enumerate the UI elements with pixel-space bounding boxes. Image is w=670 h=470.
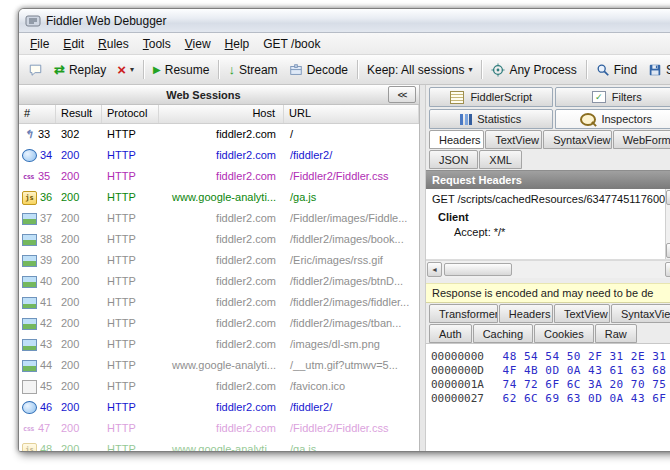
- find-button[interactable]: Find: [591, 61, 642, 79]
- menu-item[interactable]: Edit: [56, 35, 91, 53]
- hex-row: 00000000 48 54 54 50 2F 31 2E 31 20: [431, 350, 670, 364]
- session-host: fiddler2.com: [159, 124, 284, 145]
- tab-textview[interactable]: TextView: [485, 130, 542, 149]
- tab-webforms[interactable]: WebForms: [613, 130, 670, 149]
- session-protocol: HTTP: [102, 187, 159, 208]
- session-row[interactable]: 48 200 HTTP www.google-analyti... /ga.js: [19, 439, 419, 451]
- resume-button[interactable]: ▶ Resume: [148, 61, 214, 79]
- session-number: 43: [40, 334, 52, 355]
- menubar: FileEditRulesToolsViewHelpGET /book: [19, 33, 670, 55]
- web-sessions-panel: Web Sessions << # Result Protocol Host U…: [19, 85, 420, 451]
- js-icon: [22, 443, 37, 452]
- comment-button[interactable]: [23, 61, 48, 79]
- request-vertical-scrollbar[interactable]: ▲ ▼: [665, 189, 670, 259]
- session-number-cell: 39: [19, 250, 56, 271]
- tab-textview[interactable]: TextView: [554, 304, 610, 323]
- menu-item[interactable]: Help: [218, 35, 257, 53]
- session-number: 48: [40, 439, 52, 451]
- toolbar-separator: [143, 60, 144, 79]
- scroll-right-button[interactable]: ►: [665, 262, 670, 277]
- session-row[interactable]: 41 200 HTTP fiddler2.com /fiddler2/image…: [19, 292, 419, 313]
- html-icon: [22, 149, 37, 162]
- hex-view[interactable]: 00000000 48 54 54 50 2F 31 2E 31 20 0000…: [426, 343, 670, 451]
- tab-filters[interactable]: Filters: [555, 87, 670, 107]
- session-row[interactable]: 43 200 HTTP fiddler2.com /images/dl-sm.p…: [19, 334, 419, 355]
- session-row[interactable]: 33 302 HTTP fiddler2.com /: [19, 124, 419, 145]
- menu-item[interactable]: View: [178, 35, 218, 53]
- menu-item[interactable]: GET /book: [256, 35, 327, 53]
- encoding-notice-bar[interactable]: Response is encoded and may need to be d…: [426, 283, 670, 303]
- inspectors-icon: [580, 113, 596, 126]
- session-row[interactable]: 38 200 HTTP fiddler2.com /fiddler2/image…: [19, 229, 419, 250]
- session-row[interactable]: 42 200 HTTP fiddler2.com /fiddler2/image…: [19, 313, 419, 334]
- column-header-number[interactable]: #: [19, 105, 56, 123]
- stream-button[interactable]: ↓ Stream: [223, 61, 282, 79]
- session-list[interactable]: 33 302 HTTP fiddler2.com / 34 200 HTTP f…: [19, 124, 419, 451]
- collapse-panel-button[interactable]: <<: [388, 86, 416, 103]
- session-row[interactable]: 46 200 HTTP fiddler2.com /fiddler2/: [19, 397, 419, 418]
- titlebar[interactable]: Fiddler Web Debugger: [19, 9, 670, 33]
- column-header-protocol[interactable]: Protocol: [102, 105, 159, 123]
- encoding-notice-text: Response is encoded and may need to be d…: [432, 287, 653, 299]
- redirect-icon: [22, 128, 35, 141]
- hex-bytes: 74 72 6F 6C 3A 20 70 75 62: [503, 378, 670, 391]
- tab-raw[interactable]: Raw: [595, 324, 637, 343]
- session-row[interactable]: 36 200 HTTP www.google-analyti... /ga.js: [19, 187, 419, 208]
- main-area: Web Sessions << # Result Protocol Host U…: [19, 85, 670, 451]
- menu-item[interactable]: Rules: [91, 35, 136, 53]
- session-row[interactable]: 34 200 HTTP fiddler2.com /fiddler2/: [19, 145, 419, 166]
- any-process-button[interactable]: Any Process: [486, 61, 581, 79]
- tab-fiddlerscript[interactable]: FiddlerScript: [429, 87, 553, 107]
- tab-transformer[interactable]: Transformer: [429, 304, 498, 323]
- tab-inspectors[interactable]: Inspectors: [555, 109, 670, 129]
- tab-statistics[interactable]: Statistics: [429, 109, 553, 129]
- session-row[interactable]: 40 200 HTTP fiddler2.com /fiddler2/image…: [19, 271, 419, 292]
- scrollbar-thumb[interactable]: [444, 263, 512, 276]
- tab-headers[interactable]: Headers: [429, 130, 484, 149]
- tab-json[interactable]: JSON: [429, 150, 478, 169]
- image-icon: [22, 255, 37, 267]
- column-header-url[interactable]: URL: [284, 105, 419, 123]
- hex-offset: 00000027: [431, 392, 484, 405]
- session-row[interactable]: 37 200 HTTP fiddler2.com /Fiddler/images…: [19, 208, 419, 229]
- scroll-left-icon: ◄: [431, 266, 438, 273]
- generic-icon: [22, 380, 37, 394]
- session-row[interactable]: 39 200 HTTP fiddler2.com /Eric/images/rs…: [19, 250, 419, 271]
- scroll-down-button[interactable]: ▼: [666, 243, 670, 258]
- request-horizontal-scrollbar[interactable]: ◄ ►: [426, 260, 670, 278]
- image-icon: [22, 234, 37, 246]
- replay-button[interactable]: ⇄ Replay: [49, 61, 111, 79]
- toolbar-separator: [586, 60, 587, 79]
- decode-button[interactable]: Decode: [284, 61, 353, 79]
- session-url: /ga.js: [284, 187, 419, 208]
- scroll-left-button[interactable]: ◄: [427, 262, 442, 277]
- tab-xml[interactable]: XML: [479, 150, 522, 169]
- tab-cookies[interactable]: Cookies: [534, 324, 594, 343]
- session-row[interactable]: 45 200 HTTP fiddler2.com /favicon.ico: [19, 376, 419, 397]
- session-row[interactable]: 35 200 HTTP fiddler2.com /Fiddler2/Fiddl…: [19, 166, 419, 187]
- keep-sessions-dropdown[interactable]: Keep: All sessions ▾: [362, 61, 477, 79]
- request-header-item[interactable]: Accept: */*: [426, 225, 670, 239]
- tab-syntaxview[interactable]: SyntaxView: [543, 130, 611, 149]
- request-line: GET /scripts/cachedResources/63477451176…: [426, 189, 670, 208]
- tab-caching[interactable]: Caching: [473, 324, 533, 343]
- remove-sessions-button[interactable]: × ▾: [112, 60, 139, 79]
- tab-auth[interactable]: Auth: [429, 324, 472, 343]
- tab-headers[interactable]: Headers: [499, 304, 553, 323]
- image-icon: [22, 339, 37, 351]
- session-url: /Fiddler2/Fiddler.css: [284, 166, 419, 187]
- save-button[interactable]: Save: [643, 61, 670, 79]
- menu-item[interactable]: Tools: [136, 35, 178, 53]
- tab-syntaxview[interactable]: SyntaxView: [611, 304, 670, 323]
- scroll-up-button[interactable]: ▲: [666, 190, 670, 205]
- request-headers-view[interactable]: GET /scripts/cachedResources/63477451176…: [426, 189, 670, 260]
- toolbar-separator: [481, 60, 482, 79]
- session-row[interactable]: 44 200 HTTP www.google-analyti... /__utm…: [19, 355, 419, 376]
- menu-item[interactable]: File: [23, 35, 56, 53]
- hex-row: 00000027 62 6C 69 63 0D 0A 43 6F 6E: [431, 392, 670, 406]
- column-header-host[interactable]: Host: [159, 105, 284, 123]
- image-icon: [22, 318, 37, 330]
- session-row[interactable]: 47 200 HTTP fiddler2.com /Fiddler2/Fiddl…: [19, 418, 419, 439]
- request-client-group[interactable]: Client: [426, 208, 670, 225]
- column-header-result[interactable]: Result: [56, 105, 102, 123]
